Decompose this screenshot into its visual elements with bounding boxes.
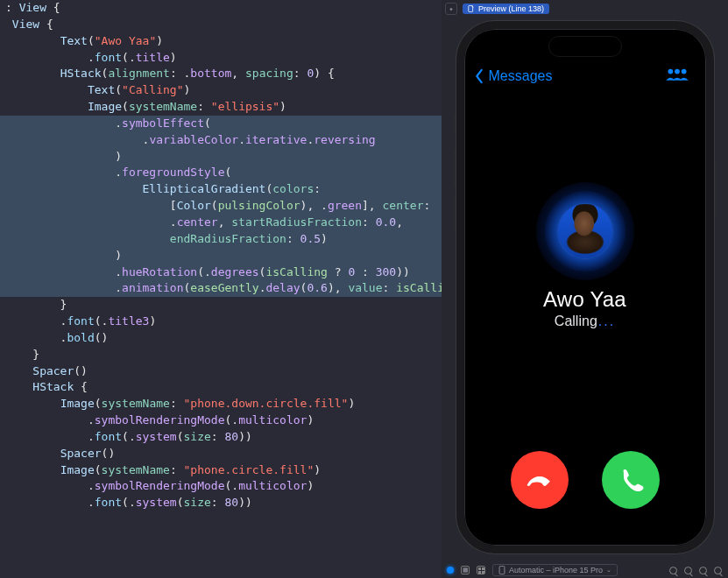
code-line[interactable]: .font(.title3)	[0, 314, 442, 330]
selectable-mode-icon[interactable]: ▦	[461, 566, 470, 574]
code-line[interactable]: Text("Calling")	[0, 82, 442, 99]
code-line[interactable]: )	[0, 248, 442, 264]
code-line[interactable]: .foregroundStyle(	[0, 165, 442, 181]
device-label: Automatic – iPhone 15 Pro	[509, 566, 603, 574]
preview-location-badge[interactable]: Preview (Line 138)	[463, 4, 549, 14]
chevron-left-icon	[473, 68, 485, 84]
code-line[interactable]: .animation(easeGently.delay(0.6), value:…	[0, 280, 442, 297]
phone-device-icon	[498, 566, 505, 574]
live-preview-status-icon[interactable]	[447, 567, 454, 574]
code-line[interactable]: .center, startRadiusFraction: 0.0,	[0, 215, 442, 231]
code-line[interactable]: Text("Awo Yaa")	[0, 33, 442, 50]
zoom-actual-icon[interactable]	[698, 566, 708, 575]
zoom-out-icon[interactable]	[683, 566, 693, 575]
phone-screen: Messages	[464, 29, 706, 546]
code-line[interactable]: .hueRotation(.degrees(isCalling ? 0 : 30…	[0, 264, 442, 281]
code-line[interactable]: .font(.system(size: 80))	[0, 495, 442, 511]
chevron-down-icon: ⌄	[606, 567, 611, 574]
code-line[interactable]: }	[0, 347, 442, 363]
preview-toolbar: ✦ Preview (Line 138)	[442, 0, 728, 18]
code-line[interactable]: View {	[0, 17, 442, 33]
pin-icon[interactable]: ✦	[445, 3, 457, 15]
caller-avatar-ring	[536, 182, 634, 280]
zoom-in-icon[interactable]	[713, 566, 723, 575]
back-button[interactable]: Messages	[473, 68, 553, 84]
code-line[interactable]: : View {	[0, 0, 442, 17]
code-line[interactable]: .bold()	[0, 330, 442, 347]
calling-label: Calling	[555, 314, 597, 329]
code-line[interactable]: .symbolRenderingMode(.multicolor)	[0, 412, 442, 429]
code-line[interactable]: .font(.system(size: 80))	[0, 429, 442, 446]
code-line[interactable]: Image(systemName: "phone.down.circle.fil…	[0, 396, 442, 412]
call-buttons-row	[464, 451, 706, 509]
caller-name: Awo Yaa	[543, 287, 626, 312]
code-line[interactable]: .symbolRenderingMode(.multicolor)	[0, 478, 442, 495]
code-line[interactable]: Spacer()	[0, 446, 442, 462]
svg-rect-4	[499, 566, 505, 574]
calling-status: Calling...	[555, 314, 615, 329]
code-line[interactable]: }	[0, 297, 442, 314]
code-line[interactable]: Spacer()	[0, 363, 442, 380]
preview-bottom-bar: ▦ Automatic – iPhone 15 Pro ⌄	[442, 564, 728, 576]
back-label: Messages	[489, 68, 553, 84]
phone-down-icon	[525, 465, 555, 495]
people-icon	[662, 66, 692, 83]
code-line[interactable]: )	[0, 149, 442, 166]
accept-call-button[interactable]	[602, 451, 660, 509]
preview-pane: ✦ Preview (Line 138) Messages	[442, 0, 728, 578]
phone-side-button	[714, 159, 717, 219]
caller-avatar	[558, 204, 612, 258]
device-selector[interactable]: Automatic – iPhone 15 Pro ⌄	[492, 564, 618, 576]
phone-icon	[616, 465, 646, 495]
svg-point-1	[668, 69, 673, 74]
variants-icon[interactable]	[477, 566, 485, 574]
ellipsis-icon: ...	[598, 314, 615, 329]
code-editor[interactable]: : View { View { Text("Awo Yaa") .font(.t…	[0, 0, 442, 578]
group-button[interactable]	[662, 66, 692, 86]
doc-icon	[468, 5, 475, 12]
code-line[interactable]: endRadiusFraction: 0.5)	[0, 231, 442, 248]
code-line[interactable]: .font(.title)	[0, 50, 442, 67]
code-line[interactable]: [Color(pulsingColor), .green], center:	[0, 198, 442, 215]
code-line[interactable]: HStack(alignment: .bottom, spacing: 0) {	[0, 66, 442, 82]
phone-simulator: Messages	[456, 21, 714, 553]
decline-call-button[interactable]	[511, 451, 569, 509]
zoom-out-fit-icon[interactable]	[668, 566, 678, 575]
code-line[interactable]: .variableColor.iterative.reversing	[0, 132, 442, 149]
preview-badge-label: Preview (Line 138)	[478, 4, 544, 13]
nav-bar: Messages	[464, 29, 706, 86]
code-line[interactable]: EllipticalGradient(colors:	[0, 181, 442, 198]
code-line[interactable]: Image(systemName: "ellipsis")	[0, 99, 442, 116]
code-line[interactable]: HStack {	[0, 379, 442, 396]
code-line[interactable]: Image(systemName: "phone.circle.fill")	[0, 462, 442, 479]
code-line[interactable]: .symbolEffect(	[0, 116, 442, 132]
svg-point-2	[675, 69, 680, 74]
svg-point-3	[681, 69, 686, 74]
